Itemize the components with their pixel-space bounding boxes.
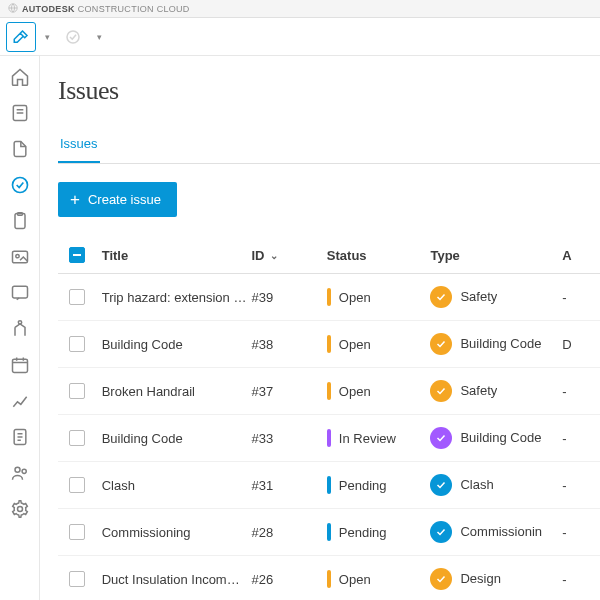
type-text: Commissionin: [460, 524, 542, 540]
type-text: Clash: [460, 477, 493, 493]
nav-photos[interactable]: [5, 242, 35, 272]
row-checkbox[interactable]: [69, 289, 85, 305]
assigned-cell: -: [562, 478, 600, 493]
status-text: Pending: [339, 478, 387, 493]
tabs: Issues: [58, 128, 600, 164]
assigned-cell: -: [562, 525, 600, 540]
secondary-tool-button[interactable]: [58, 22, 88, 52]
table-row[interactable]: Duct Insulation Incom… #26 Open Design -: [58, 556, 600, 600]
svg-point-7: [15, 255, 18, 258]
status-text: In Review: [339, 431, 396, 446]
col-status[interactable]: Status: [327, 248, 431, 263]
status-indicator: [327, 335, 331, 353]
status-indicator: [327, 288, 331, 306]
status-cell: Pending: [327, 476, 431, 494]
assigned-cell: -: [562, 290, 600, 305]
type-text: Safety: [460, 289, 497, 305]
svg-point-13: [22, 469, 26, 473]
svg-rect-6: [12, 251, 27, 263]
table-row[interactable]: Trip hazard: extension … #39 Open Safety…: [58, 274, 600, 321]
nav-files[interactable]: [5, 134, 35, 164]
row-checkbox[interactable]: [69, 336, 85, 352]
type-badge-icon: [430, 521, 452, 543]
table-row[interactable]: Clash #31 Pending Clash -: [58, 462, 600, 509]
row-checkbox[interactable]: [69, 477, 85, 493]
nav-assets[interactable]: [5, 422, 35, 452]
col-id[interactable]: ID⌄: [251, 248, 326, 263]
type-text: Building Code: [460, 336, 541, 352]
type-text: Building Code: [460, 430, 541, 446]
sidebar: [0, 56, 40, 600]
row-checkbox[interactable]: [69, 571, 85, 587]
hammer-tool-dropdown[interactable]: ▾: [40, 22, 54, 52]
row-checkbox[interactable]: [69, 430, 85, 446]
nav-members[interactable]: [5, 458, 35, 488]
issue-id: #33: [251, 431, 326, 446]
status-cell: Pending: [327, 523, 431, 541]
type-badge-icon: [430, 333, 452, 355]
status-cell: Open: [327, 335, 431, 353]
page-title: Issues: [58, 76, 600, 106]
secondary-tool-dropdown[interactable]: ▾: [92, 22, 106, 52]
select-all-checkbox[interactable]: [69, 247, 85, 263]
svg-rect-8: [12, 286, 27, 298]
nav-rfis[interactable]: [5, 278, 35, 308]
status-text: Open: [339, 572, 371, 587]
svg-point-12: [15, 467, 20, 472]
issue-id: #26: [251, 572, 326, 587]
main-content: Issues Issues + Create issue Title ID⌄ S…: [40, 56, 600, 600]
status-indicator: [327, 429, 331, 447]
issue-title: Trip hazard: extension …: [102, 290, 247, 305]
type-badge-icon: [430, 568, 452, 590]
svg-point-14: [17, 507, 22, 512]
svg-point-1: [67, 31, 79, 43]
create-issue-label: Create issue: [88, 192, 161, 207]
nav-schedule[interactable]: [5, 350, 35, 380]
issue-title: Commissioning: [102, 525, 191, 540]
status-cell: Open: [327, 382, 431, 400]
issue-title: Duct Insulation Incom…: [102, 572, 240, 587]
create-issue-button[interactable]: + Create issue: [58, 182, 177, 217]
svg-rect-10: [12, 359, 27, 372]
col-assigned[interactable]: A: [562, 248, 600, 263]
type-badge-icon: [430, 474, 452, 496]
status-text: Pending: [339, 525, 387, 540]
nav-reports[interactable]: [5, 386, 35, 416]
tab-issues[interactable]: Issues: [58, 128, 100, 163]
chevron-down-icon: ⌄: [270, 250, 278, 261]
table-row[interactable]: Building Code #38 Open Building Code D: [58, 321, 600, 368]
issue-id: #39: [251, 290, 326, 305]
issue-title: Building Code: [102, 431, 183, 446]
nav-issues[interactable]: [5, 170, 35, 200]
nav-home[interactable]: [5, 62, 35, 92]
row-checkbox[interactable]: [69, 383, 85, 399]
svg-point-9: [18, 321, 21, 324]
type-text: Safety: [460, 383, 497, 399]
hammer-tool-button[interactable]: [6, 22, 36, 52]
issue-id: #28: [251, 525, 326, 540]
app-brand-bar: AUTODESK CONSTRUCTION CLOUD: [0, 0, 600, 18]
brand-primary: AUTODESK: [22, 4, 75, 14]
table-body: Trip hazard: extension … #39 Open Safety…: [58, 274, 600, 600]
type-badge-icon: [430, 427, 452, 449]
status-text: Open: [339, 384, 371, 399]
status-indicator: [327, 570, 331, 588]
toolbar: ▾ ▾: [0, 18, 600, 56]
assigned-cell: D: [562, 337, 600, 352]
status-text: Open: [339, 337, 371, 352]
type-text: Design: [460, 571, 500, 587]
issue-title: Clash: [102, 478, 135, 493]
status-indicator: [327, 523, 331, 541]
brand-secondary: CONSTRUCTION CLOUD: [78, 4, 190, 14]
nav-forms[interactable]: [5, 206, 35, 236]
table-row[interactable]: Commissioning #28 Pending Commissionin -: [58, 509, 600, 556]
nav-submittals[interactable]: [5, 314, 35, 344]
issue-title: Broken Handrail: [102, 384, 195, 399]
col-type[interactable]: Type: [430, 248, 562, 263]
row-checkbox[interactable]: [69, 524, 85, 540]
col-title[interactable]: Title: [96, 248, 252, 263]
nav-sheets[interactable]: [5, 98, 35, 128]
nav-settings[interactable]: [5, 494, 35, 524]
table-row[interactable]: Broken Handrail #37 Open Safety -: [58, 368, 600, 415]
table-row[interactable]: Building Code #33 In Review Building Cod…: [58, 415, 600, 462]
